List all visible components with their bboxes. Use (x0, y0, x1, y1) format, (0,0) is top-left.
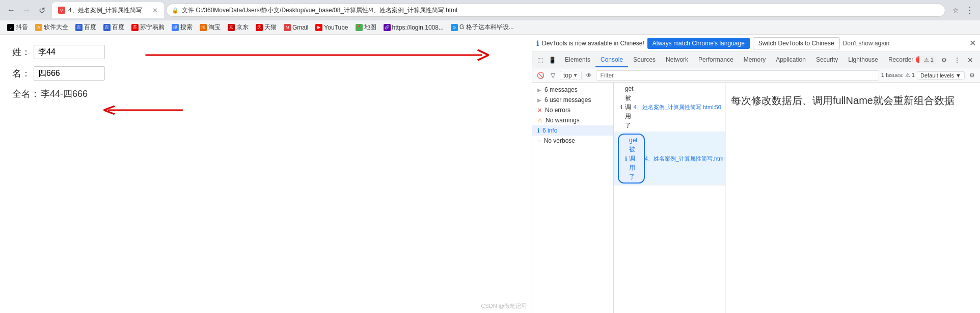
verbose-filter-icon: ○ (537, 138, 541, 144)
tab-performance[interactable]: Performance (693, 53, 739, 67)
bookmark-star-icon[interactable]: ☆ (949, 4, 962, 16)
tab[interactable]: V 4、姓名案例_计算属性简写 ✕ (52, 2, 164, 18)
forward-button[interactable]: → (19, 3, 34, 17)
default-levels-button[interactable]: Default levels ▼ (917, 71, 965, 80)
csdn-watermark: CSDN @做笔记用 (481, 302, 527, 310)
top-selector-dropdown-icon: ▼ (573, 72, 578, 78)
tab-title: 4、姓名案例_计算属性简写 (68, 6, 149, 15)
devtools-more-icon[interactable]: ⋮ (951, 55, 963, 66)
tab-favicon: V (58, 7, 65, 14)
tab-lighthouse[interactable]: Lighthouse (843, 53, 883, 67)
tab-sources[interactable]: Sources (628, 53, 661, 67)
fullname-row: 全名： 李44-四666 (12, 88, 520, 100)
nav-buttons: ← → ↺ (4, 3, 49, 17)
tab-elements[interactable]: Elements (560, 53, 595, 67)
filter-user-messages[interactable]: ▶ 6 user messages (532, 95, 613, 105)
svg-line-4 (104, 106, 115, 110)
surname-row: 姓： (12, 45, 520, 59)
douyin-icon: ♪ (7, 24, 14, 31)
firstname-input[interactable] (34, 66, 105, 81)
tab-memory[interactable]: Memory (739, 53, 771, 67)
tab-close-icon[interactable]: ✕ (152, 7, 158, 14)
devtools-right-info: ⚠ 1 ⚙ ⋮ ✕ (919, 55, 978, 66)
bubble-icon: ℹ (625, 154, 627, 163)
bookmark-sousou[interactable]: 搜 搜索 (169, 22, 196, 33)
browser-menu-icon[interactable]: ⋮ (964, 4, 976, 16)
tab-console[interactable]: Console (595, 53, 628, 67)
six-info-label: 6 info (542, 127, 557, 134)
bookmark-gmail[interactable]: M Gmail (281, 23, 311, 32)
filter-messages[interactable]: ▶ 6 messages (532, 85, 613, 95)
console-message-1: ℹ get被调用了 4、姓名案例_计算属性简写.html:50 (614, 83, 725, 132)
bookmark-gege[interactable]: G G 格子达本科毕设... (448, 22, 517, 33)
bookmark-login[interactable]: 🔗 https://login.1008... (380, 23, 447, 32)
tab-application[interactable]: Application (771, 53, 811, 67)
refresh-button[interactable]: ↺ (35, 3, 49, 17)
tab-security[interactable]: Security (811, 53, 843, 67)
top-context-selector[interactable]: top ▼ (560, 71, 582, 80)
bookmark-map[interactable]: 📍 地图 (352, 22, 379, 33)
devtools-left-icons: ⬚ 📱 (534, 55, 560, 66)
console-filter-input[interactable] (596, 70, 879, 81)
browser-window: ← → ↺ V 4、姓名案例_计算属性简写 ✕ 🔒 文件 G:/360MoveD… (0, 0, 980, 313)
tab-network[interactable]: Network (661, 53, 693, 67)
bookmark-baidu2[interactable]: 百 百度 (100, 22, 127, 33)
suning-icon: 苏 (131, 24, 139, 31)
firstname-row: 名： (12, 66, 520, 81)
warning-filter-icon: ⚠ (537, 117, 542, 124)
no-errors-label: No errors (545, 107, 570, 114)
msg2-source[interactable]: 4、姓名案例_计算属性简写.html:50 (645, 154, 725, 163)
device-icon[interactable]: 📱 (547, 55, 558, 66)
console-bubble: ℹ get被调用了 (618, 134, 645, 184)
address-text: 文件 G:/360MoveData/Users/静小文/Desktop/vue_… (182, 6, 457, 15)
msg1-info-icon: ℹ (620, 103, 623, 111)
lock-icon: 🔒 (172, 7, 179, 14)
inspect-icon[interactable]: ⬚ (534, 55, 546, 66)
sousou-icon: 搜 (172, 24, 179, 31)
notification-close-icon[interactable]: ✕ (969, 38, 976, 48)
bookmark-baidu1[interactable]: 百 百度 (72, 22, 99, 33)
devtools-tab-list: Elements Console Sources Network Perform… (560, 53, 919, 67)
annotation-text: 每次修改数据后、调用fullName就会重新组合数据 (731, 93, 955, 108)
console-toolbar: 🚫 ▽ top ▼ 👁 1 Issues: ⚠ 1 Default levels… (532, 68, 980, 83)
map-icon: 📍 (356, 24, 363, 31)
browser-actions: ☆ ⋮ (949, 4, 976, 16)
error-filter-icon: ✕ (537, 107, 542, 114)
login-icon: 🔗 (384, 24, 391, 31)
console-settings-icon[interactable]: ⚙ (967, 70, 977, 81)
msg1-source[interactable]: 4、姓名案例_计算属性简写.html:50 (634, 102, 721, 112)
switch-devtools-button[interactable]: Switch DevTools to Chinese (753, 37, 840, 49)
surname-input[interactable] (34, 45, 105, 59)
bookmark-taobao[interactable]: 淘 淘宝 (197, 22, 224, 33)
page-content: 姓： 名： 全名： 李44-四666 (0, 35, 532, 313)
bookmark-suning[interactable]: 苏 苏宁易购 (128, 22, 168, 33)
always-match-button[interactable]: Always match Chrome's language (647, 38, 750, 49)
devtools-close-icon[interactable]: ✕ (965, 55, 976, 66)
bubble-text: get被调用了 (629, 136, 638, 181)
console-clear-icon[interactable]: 🚫 (535, 70, 546, 81)
filter-no-warnings[interactable]: ⚠ No warnings (532, 115, 613, 125)
bookmark-douyin[interactable]: ♪ 抖音 (4, 22, 31, 33)
filter-no-verbose[interactable]: ○ No verbose (532, 136, 613, 146)
bookmark-tianmao[interactable]: 天 天猫 (253, 22, 280, 33)
user-messages-expand-icon: ▶ (537, 97, 541, 103)
console-filter-icon[interactable]: ▽ (548, 70, 558, 81)
filter-6-info[interactable]: ℹ 6 info (532, 125, 613, 136)
address-bar[interactable]: 🔒 文件 G:/360MoveData/Users/静小文/Desktop/vu… (166, 4, 945, 17)
eye-icon[interactable]: 👁 (584, 70, 594, 81)
dont-show-button[interactable]: Don't show again (843, 40, 890, 47)
bookmark-jd[interactable]: 京 京东 (225, 22, 252, 33)
filter-no-errors[interactable]: ✕ No errors (532, 105, 613, 115)
console-right-toolbar: 1 Issues: ⚠ 1 Default levels ▼ ⚙ (881, 70, 977, 81)
bookmark-youtube[interactable]: ▶ YouTube (312, 23, 351, 32)
devtools-notification: ℹ DevTools is now available in Chinese! … (532, 35, 980, 52)
baidu2-icon: 百 (103, 24, 111, 31)
back-button[interactable]: ← (4, 3, 18, 17)
main-area: 姓： 名： 全名： 李44-四666 (0, 35, 980, 313)
jd-icon: 京 (228, 24, 235, 31)
bookmark-ruanjianquanjia[interactable]: A 软件大全 (32, 22, 71, 33)
devtools-settings-icon[interactable]: ⚙ (938, 55, 949, 66)
messages-label: 6 messages (545, 86, 578, 93)
tianmao-icon: 天 (256, 24, 263, 31)
tab-recorder[interactable]: Recorder 🔴 (883, 53, 919, 67)
